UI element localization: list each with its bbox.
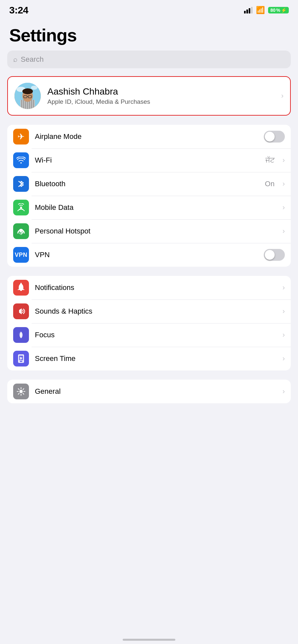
status-time: 3:24 xyxy=(9,5,28,16)
focus-label: Focus xyxy=(35,331,277,339)
wifi-label: Wi-Fi xyxy=(35,156,260,165)
sounds-chevron: › xyxy=(283,307,285,316)
screen-time-icon xyxy=(13,351,29,366)
focus-icon xyxy=(13,327,29,343)
settings-item-bluetooth[interactable]: Bluetooth On › xyxy=(7,172,291,196)
page-header: Settings xyxy=(0,18,298,51)
settings-item-notifications[interactable]: Notifications › xyxy=(7,276,291,300)
screen-time-label: Screen Time xyxy=(35,354,277,363)
bluetooth-chevron: › xyxy=(283,180,285,188)
profile-subtitle: Apple ID, iCloud, Media & Purchases xyxy=(47,98,275,105)
battery-badge: 80%⚡ xyxy=(268,7,289,13)
profile-info: Aashish Chhabra Apple ID, iCloud, Media … xyxy=(47,86,275,105)
settings-item-sounds[interactable]: Sounds & Haptics › xyxy=(7,300,291,323)
profile-name: Aashish Chhabra xyxy=(47,86,275,97)
personal-hotspot-icon xyxy=(13,223,29,239)
focus-chevron: › xyxy=(283,331,285,339)
sounds-haptics-icon xyxy=(13,303,29,319)
vpn-toggle[interactable] xyxy=(264,249,285,261)
svg-point-17 xyxy=(20,207,22,209)
settings-item-wifi[interactable]: Wi-Fi ਜੱਟ › xyxy=(7,148,291,172)
settings-item-screen-time[interactable]: Screen Time › xyxy=(7,347,291,370)
profile-chevron: › xyxy=(281,92,284,100)
general-icon xyxy=(13,384,29,399)
mobile-data-label: Mobile Data xyxy=(35,203,277,212)
wifi-value: ਜੱਟ xyxy=(265,156,275,165)
airplane-mode-toggle[interactable] xyxy=(264,131,285,143)
bluetooth-label: Bluetooth xyxy=(35,180,259,188)
avatar xyxy=(14,83,41,109)
status-icons: 📶 80%⚡ xyxy=(244,6,289,14)
connectivity-group: ✈ Airplane Mode Wi-Fi ਜੱਟ › Bluetooth On xyxy=(7,125,291,267)
search-bar[interactable]: ⌕ Search xyxy=(7,51,291,68)
signal-icon xyxy=(244,7,253,13)
general-label: General xyxy=(35,387,277,396)
mobile-data-chevron: › xyxy=(283,203,285,212)
personal-hotspot-chevron: › xyxy=(283,227,285,235)
status-bar: 3:24 📶 80%⚡ xyxy=(0,0,298,18)
settings-item-airplane-mode[interactable]: ✈ Airplane Mode xyxy=(7,125,291,148)
settings-item-focus[interactable]: Focus › xyxy=(7,323,291,347)
profile-card[interactable]: Aashish Chhabra Apple ID, iCloud, Media … xyxy=(7,76,291,116)
wifi-chevron: › xyxy=(283,156,285,165)
notifications-chevron: › xyxy=(283,283,285,292)
settings-item-personal-hotspot[interactable]: Personal Hotspot › xyxy=(7,219,291,243)
wifi-icon xyxy=(13,152,29,168)
personal-hotspot-label: Personal Hotspot xyxy=(35,227,277,235)
settings-item-general[interactable]: General › xyxy=(7,380,291,403)
svg-point-19 xyxy=(20,283,22,284)
vpn-icon: VPN xyxy=(13,247,29,263)
general-chevron: › xyxy=(283,387,285,396)
airplane-mode-label: Airplane Mode xyxy=(35,132,258,141)
search-container: ⌕ Search xyxy=(0,51,298,76)
bluetooth-value: On xyxy=(265,180,274,188)
settings-item-vpn[interactable]: VPN VPN xyxy=(7,243,291,267)
svg-point-18 xyxy=(20,230,22,232)
wifi-status-icon: 📶 xyxy=(256,6,265,14)
notifications-icon xyxy=(13,280,29,296)
vpn-label: VPN xyxy=(35,251,258,259)
mobile-data-icon xyxy=(13,200,29,215)
svg-point-13 xyxy=(22,88,33,94)
sounds-haptics-label: Sounds & Haptics xyxy=(35,307,277,316)
notifications-group: Notifications › Sounds & Haptics › Focus… xyxy=(7,276,291,370)
general-group: General › xyxy=(7,380,291,403)
search-icon: ⌕ xyxy=(13,55,17,64)
screen-time-chevron: › xyxy=(283,354,285,363)
charging-icon: ⚡ xyxy=(281,8,286,13)
bluetooth-icon xyxy=(13,176,29,192)
home-indicator xyxy=(123,639,175,641)
battery-level: 80 xyxy=(270,8,276,13)
svg-rect-22 xyxy=(20,361,22,362)
notifications-label: Notifications xyxy=(35,283,277,292)
svg-point-23 xyxy=(19,390,23,393)
airplane-mode-icon: ✈ xyxy=(13,129,29,144)
page-title: Settings xyxy=(9,25,289,45)
search-placeholder-text: Search xyxy=(21,55,44,64)
settings-item-mobile-data[interactable]: Mobile Data › xyxy=(7,196,291,219)
svg-point-3 xyxy=(31,86,37,90)
